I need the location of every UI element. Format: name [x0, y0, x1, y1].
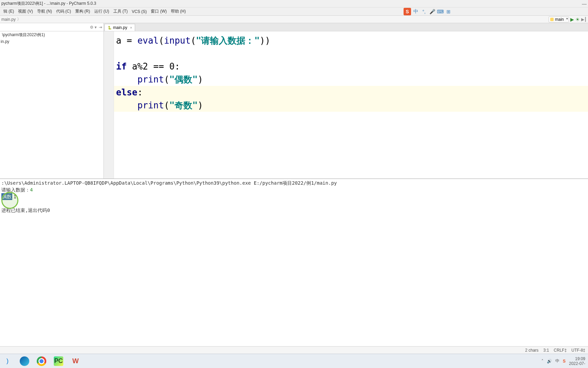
breadcrumb-bar: main.py 〉 main ▶ ☀ ▶┃ [0, 16, 588, 23]
window-title: pycharm项目2022\例1] - ...\main.py - PyChar… [1, 1, 96, 6]
console-output-line: 偶数I [1, 193, 587, 200]
minimize-button[interactable]: — [582, 1, 587, 6]
console-exec-path: :\Users\Administrator.LAPTOP-QB8IFQDP\Ap… [1, 180, 587, 186]
window-controls: — [582, 1, 587, 6]
menu-tools[interactable]: 工具 (T) [111, 8, 130, 15]
edge-icon[interactable] [20, 356, 29, 366]
ime-keyboard-icon[interactable]: ⌨ [437, 8, 444, 15]
menu-run[interactable]: 运行 (U) [92, 8, 111, 15]
run-config-select[interactable]: main [549, 16, 569, 22]
windows-taskbar: ) PC W ˄ 🔊 中 S 19:09 2022-07- [0, 354, 588, 368]
python-file-icon: 🐍 [108, 26, 112, 30]
menu-navigate[interactable]: 导航 (N) [35, 8, 54, 15]
tray-clock[interactable]: 19:09 2022-07- [569, 356, 585, 366]
breadcrumb: main.py 〉 [1, 16, 21, 22]
close-tab-icon[interactable]: × [130, 26, 132, 30]
title-bar: pycharm项目2022\例1] - ...\main.py - PyChar… [0, 0, 588, 7]
menu-vcs[interactable]: VCS (S) [130, 9, 149, 15]
wps-icon[interactable]: W [71, 356, 80, 366]
status-line-ending[interactable]: CRLF‡ [554, 348, 567, 353]
console-prompt-line: 请输入数据：4 [1, 186, 587, 193]
stop-button[interactable]: ▶┃ [581, 17, 587, 22]
system-tray: ˄ 🔊 中 S 19:09 2022-07- [541, 356, 585, 366]
ime-lang[interactable]: 中 [412, 8, 419, 15]
sogou-ime-icon[interactable]: S [404, 8, 411, 15]
tray-ime-icon[interactable]: 中 [555, 358, 559, 364]
ime-mic-icon[interactable]: 🎤 [429, 8, 436, 15]
sidebar-toolbar: ⚙ ▾ ⇥ [0, 23, 103, 31]
breadcrumb-item[interactable]: main.py [1, 17, 16, 22]
code-line-5: else: [114, 86, 588, 99]
run-controls: main ▶ ☀ ▶┃ [549, 16, 587, 22]
menu-view[interactable]: 视图 (V) [16, 8, 35, 15]
debug-button[interactable]: ☀ [575, 17, 580, 22]
ime-grid-icon[interactable]: ⊞ [445, 8, 452, 15]
tabs-bar: 🐍 main.py × [104, 23, 588, 31]
console-blank [1, 200, 587, 207]
status-bar: 2 chars 3:1 CRLF‡ UTF-8‡ [0, 346, 588, 354]
menu-refactor[interactable]: 重构 (R) [73, 8, 92, 15]
console-exit: 进程已结束,退出代码0 [1, 207, 587, 214]
tab-label: main.py [113, 25, 127, 30]
code-line-4: print("偶数") [114, 73, 588, 86]
project-sidebar: ⚙ ▾ ⇥ \pycharm项目2022\例1) in.py [0, 23, 104, 179]
menu-code[interactable]: 代码 (C) [54, 8, 73, 15]
collapse-icon[interactable]: ⇥ [99, 25, 102, 30]
code-line-2 [114, 47, 588, 60]
menu-file[interactable]: 辑 (E) [1, 8, 16, 15]
console-panel[interactable]: :\Users\Administrator.LAPTOP-QB8IFQDP\Ap… [0, 179, 588, 269]
gear-icon[interactable]: ⚙ ▾ [90, 25, 97, 30]
text-cursor-icon: I [14, 193, 16, 200]
pycharm-icon[interactable]: PC [54, 356, 63, 366]
tray-sogou-icon[interactable]: S [563, 359, 566, 364]
status-encoding[interactable]: UTF-8‡ [571, 348, 585, 353]
menu-window[interactable]: 窗口 (W) [149, 8, 169, 15]
run-button[interactable]: ▶ [570, 17, 574, 22]
tray-speaker-icon[interactable]: 🔊 [547, 359, 552, 364]
tab-main-py[interactable]: 🐍 main.py × [104, 24, 135, 31]
tree-file[interactable]: in.py [0, 39, 103, 45]
code-content[interactable]: a = eval(input("请输入数据：")) if a%2 == 0: p… [114, 31, 588, 179]
status-chars: 2 chars [525, 348, 538, 353]
code-editor[interactable]: a = eval(input("请输入数据：")) if a%2 == 0: p… [104, 31, 588, 179]
menu-help[interactable]: 帮助 (H) [169, 8, 188, 15]
ime-punct-icon[interactable]: °, [421, 8, 427, 15]
ime-toolbar: S 中 °, 🎤 ⌨ ⊞ [404, 8, 452, 15]
main-area: ⚙ ▾ ⇥ \pycharm项目2022\例1) in.py 🐍 main.py… [0, 23, 588, 179]
gutter [104, 31, 114, 179]
code-line-6: print("奇数") [114, 99, 588, 112]
editor-area: 🐍 main.py × a = eval(input("请输入数据：")) if… [104, 23, 588, 179]
start-button[interactable]: ) [3, 356, 12, 366]
status-position[interactable]: 3:1 [543, 348, 549, 353]
chevron-right-icon: 〉 [17, 16, 21, 22]
code-line-1: a = eval(input("请输入数据：")) [114, 34, 588, 47]
code-line-3: if a%2 == 0: [114, 60, 588, 73]
taskbar-apps: ) PC W [3, 356, 80, 366]
tree-root[interactable]: \pycharm项目2022\例1) [0, 31, 103, 39]
tray-chevron-icon[interactable]: ˄ [541, 359, 543, 364]
menu-bar: 辑 (E) 视图 (V) 导航 (N) 代码 (C) 重构 (R) 运行 (U)… [0, 7, 588, 16]
chrome-icon[interactable] [37, 356, 46, 366]
